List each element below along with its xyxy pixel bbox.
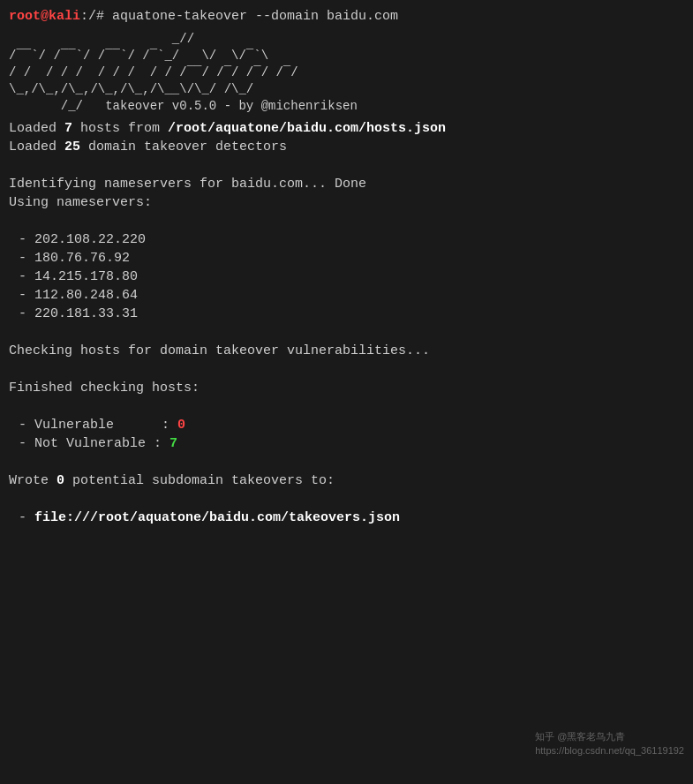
ns1-line: - 202.108.22.220 [9,230,684,249]
wrote-prefix: Wrote [9,473,56,488]
using-nameservers-line: Using nameservers: [9,193,684,212]
hosts-middle: hosts from [72,121,168,136]
output-block: Loaded 7 hosts from /root/aquatone/baidu… [9,119,684,527]
not-vulnerable-label: - Not Vulnerable : [11,436,169,451]
prompt-separator: :/ [80,9,96,24]
ns2-line: - 180.76.76.92 [9,249,684,268]
ns4-line: - 112.80.248.64 [9,286,684,305]
identifying-line: Identifying nameservers for baidu.com...… [9,175,684,193]
ascii-art-logo: _// /¯¯`/ /¯¯`/ /¯¯`/ /¯`_/ \/ \/¯`\ / /… [9,31,684,114]
ns3-line: - 14.215.178.80 [9,268,684,286]
prompt-symbol: # [96,9,112,24]
wrote-count: 0 [56,473,64,488]
loaded-prefix: Loaded [9,121,64,136]
user-host: root@kali [9,9,80,24]
watermark-line2: https://blog.csdn.net/qq_36119192 [535,744,684,758]
vulnerable-line: - Vulnerable : 0 [9,416,684,434]
file-path-line: - file:///root/aquatone/baidu.com/takeov… [9,509,684,527]
hosts-path: /root/aquatone/baidu.com/hosts.json [168,121,446,136]
detectors-prefix: Loaded [9,139,64,155]
not-vulnerable-count: 7 [169,436,177,451]
finished-line: Finished checking hosts: [9,379,684,397]
wrote-suffix: potential subdomain takeovers to: [64,473,335,488]
loaded-detectors-line: Loaded 25 domain takeover detectors [9,138,684,156]
checking-line: Checking hosts for domain takeover vulne… [9,342,684,360]
watermark-line1: 知乎 @黑客老鸟九青 [535,730,684,743]
detectors-suffix: domain takeover detectors [80,139,287,155]
terminal-window: root@kali:/# aquatone-takeover --domain … [9,7,684,527]
file-path: file:///root/aquatone/baidu.com/takeover… [34,510,400,525]
ns5-line: - 220.181.33.31 [9,305,684,323]
hosts-count: 7 [64,121,72,136]
prompt-line: root@kali:/# aquatone-takeover --domain … [9,7,684,26]
wrote-line: Wrote 0 potential subdomain takeovers to… [9,471,684,490]
not-vulnerable-line: - Not Vulnerable : 7 [9,434,684,453]
watermark: 知乎 @黑客老鸟九青 https://blog.csdn.net/qq_3611… [535,730,684,758]
detectors-count: 25 [64,139,80,155]
command-text: aquatone-takeover --domain baidu.com [112,9,398,24]
vulnerable-count: 0 [177,418,185,433]
loaded-hosts-line: Loaded 7 hosts from /root/aquatone/baidu… [9,119,684,138]
file-prefix: - [11,510,34,525]
vulnerable-label: - Vulnerable : [11,418,177,433]
